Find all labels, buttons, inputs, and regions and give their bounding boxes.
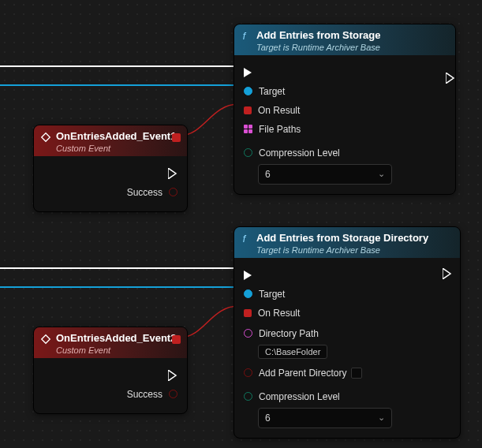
- pin-label: Compression Level: [259, 391, 340, 402]
- pin-exec-row: [244, 63, 446, 82]
- event-icon: [40, 334, 51, 345]
- pin-target-row: Target: [244, 82, 446, 101]
- node-body: Success: [34, 156, 187, 211]
- dropdown-value: 6: [265, 413, 271, 424]
- pin-label: Target: [259, 86, 285, 97]
- node-subtitle: Target is Runtime Archiver Base: [256, 43, 380, 52]
- node-title: Add Entries from Storage: [256, 29, 380, 43]
- node-header[interactable]: f Add Entries from Storage Directory Tar…: [234, 227, 460, 258]
- blueprint-canvas[interactable]: f Add Entries from Storage Target is Run…: [0, 0, 482, 448]
- addparent-pin[interactable]: [244, 368, 252, 377]
- pin-success-row: Success: [43, 183, 177, 202]
- node-add-entries-storage[interactable]: f Add Entries from Storage Target is Run…: [234, 24, 456, 195]
- onresult-pin[interactable]: [244, 106, 252, 114]
- pin-addparent-row: Add Parent Directory: [244, 364, 450, 383]
- node-subtitle: Target is Runtime Archiver Base: [256, 245, 428, 255]
- exec-out-pin[interactable]: [168, 370, 177, 381]
- success-pin[interactable]: [169, 188, 177, 196]
- filepaths-pin[interactable]: [244, 125, 252, 133]
- target-pin[interactable]: [244, 289, 252, 298]
- delegate-out-pin[interactable]: [172, 133, 181, 142]
- node-title: Add Entries from Storage Directory: [256, 232, 428, 245]
- target-pin[interactable]: [244, 87, 252, 95]
- compression-pin[interactable]: [244, 392, 252, 401]
- pin-exec-out-row: [43, 366, 177, 385]
- pin-label: Target: [259, 289, 285, 300]
- chevron-down-icon: ⌄: [378, 413, 385, 423]
- pin-target-row: Target: [244, 285, 450, 304]
- pin-label: On Result: [258, 308, 300, 319]
- pin-onresult-row: On Result: [244, 101, 446, 120]
- dirpath-value: C:\BaseFolder: [265, 347, 320, 357]
- exec-in-pin[interactable]: [244, 68, 252, 77]
- pin-label: Compression Level: [259, 147, 340, 159]
- exec-in-pin[interactable]: [244, 271, 252, 280]
- wire-target-top: [0, 82, 237, 88]
- node-header[interactable]: OnEntriesAdded_Event1 Custom Event: [34, 125, 187, 156]
- node-title: OnEntriesAdded_Event2: [56, 332, 179, 345]
- node-event2[interactable]: OnEntriesAdded_Event2 Custom Event Succe…: [33, 327, 188, 414]
- delegate-out-pin[interactable]: [172, 335, 181, 344]
- node-header[interactable]: f Add Entries from Storage Target is Run…: [234, 24, 455, 55]
- node-body: Success: [34, 358, 187, 413]
- function-icon: f: [241, 31, 252, 42]
- exec-out-pin[interactable]: [168, 168, 177, 179]
- dirpath-input[interactable]: C:\BaseFolder: [258, 345, 327, 359]
- function-icon: f: [241, 233, 252, 245]
- addparent-checkbox[interactable]: [351, 368, 362, 379]
- wire-exec-bottom: [0, 265, 237, 271]
- wire-target-bottom: [0, 284, 237, 290]
- node-add-entries-storage-directory[interactable]: f Add Entries from Storage Directory Tar…: [234, 226, 461, 439]
- pin-label: Directory Path: [259, 328, 319, 339]
- success-pin[interactable]: [169, 390, 177, 398]
- compression-dropdown[interactable]: 6 ⌄: [258, 408, 392, 428]
- node-subtitle: Custom Event: [56, 345, 179, 355]
- pin-exec-out-row: [43, 164, 177, 183]
- compression-pin[interactable]: [244, 148, 252, 157]
- svg-text:f: f: [243, 31, 247, 42]
- pin-success-row: Success: [43, 385, 177, 404]
- node-body: Target On Result File Paths Compression …: [234, 55, 455, 194]
- pin-label: Success: [127, 187, 163, 198]
- dirpath-pin[interactable]: [244, 329, 252, 338]
- onresult-pin[interactable]: [244, 309, 252, 317]
- pin-filepaths-row: File Paths: [244, 120, 446, 139]
- chevron-down-icon: ⌄: [378, 169, 385, 179]
- pin-label: File Paths: [259, 124, 301, 135]
- pin-label: Success: [127, 389, 163, 400]
- node-body: Target On Result Directory Path C:\BaseF…: [234, 258, 460, 438]
- wire-exec-top: [0, 63, 237, 69]
- node-title: OnEntriesAdded_Event1: [56, 130, 179, 144]
- node-header[interactable]: OnEntriesAdded_Event2 Custom Event: [34, 327, 187, 358]
- event-icon: [40, 132, 51, 143]
- pin-onresult-row: On Result: [244, 304, 450, 323]
- pin-compression-row: Compression Level 6 ⌄: [244, 387, 450, 428]
- svg-text:f: f: [243, 233, 247, 245]
- node-event1[interactable]: OnEntriesAdded_Event1 Custom Event Succe…: [33, 125, 188, 212]
- pin-label: On Result: [258, 105, 300, 116]
- dropdown-value: 6: [265, 169, 271, 180]
- node-subtitle: Custom Event: [56, 144, 179, 153]
- exec-out-pin[interactable]: [439, 68, 447, 77]
- exec-out-pin[interactable]: [443, 268, 452, 282]
- pin-compression-row: Compression Level 6 ⌄: [244, 144, 446, 185]
- pin-dirpath-row: Directory Path C:\BaseFolder: [244, 324, 450, 359]
- compression-dropdown[interactable]: 6 ⌄: [258, 164, 392, 185]
- pin-exec-row: [244, 266, 450, 285]
- pin-label: Add Parent Directory: [259, 368, 346, 379]
